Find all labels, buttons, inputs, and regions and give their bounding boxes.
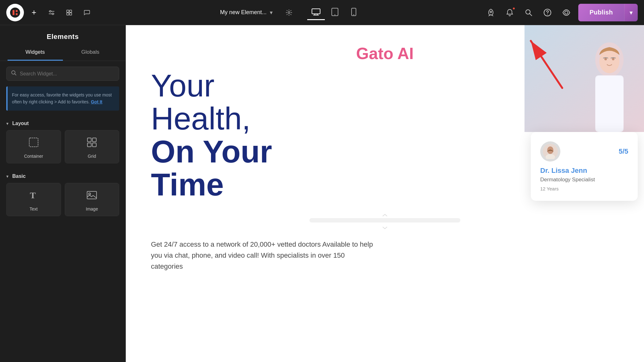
svg-point-12 [288, 12, 290, 14]
page-name-label: My new Element... [220, 9, 267, 16]
svg-point-42 [612, 58, 614, 60]
svg-rect-2 [16, 10, 18, 12]
canvas-area: Gato AI YourHealth,On YourTime Get 24/7 … [126, 25, 644, 362]
publish-button[interactable]: Publish [578, 4, 624, 21]
svg-point-6 [50, 10, 51, 12]
topbar: + My new Element... [0, 0, 644, 25]
tablet-view-button[interactable] [326, 5, 344, 20]
preview-button[interactable] [559, 6, 573, 19]
svg-rect-29 [29, 138, 38, 147]
page-name-selector[interactable]: My new Element... ▾ [216, 7, 277, 19]
publish-dropdown-chevron-icon: ▾ [630, 9, 633, 16]
topbar-right: Publish ▾ [484, 4, 638, 21]
search-container [0, 61, 125, 86]
search-button[interactable] [522, 6, 536, 19]
search-input[interactable] [20, 71, 114, 77]
svg-point-7 [52, 13, 54, 14]
svg-point-40 [599, 49, 619, 73]
doctor-specialty: Dermatology Specialist [540, 176, 628, 184]
svg-rect-3 [16, 13, 18, 15]
svg-rect-35 [87, 191, 97, 199]
svg-rect-13 [312, 9, 320, 14]
svg-rect-37 [525, 25, 644, 132]
notification-badge [512, 7, 515, 10]
basic-widgets-grid: T Text Image [0, 183, 125, 222]
container-widget[interactable]: Container [6, 130, 61, 163]
svg-rect-10 [67, 13, 69, 15]
svg-point-18 [334, 14, 335, 15]
basic-section-chevron-icon: ▾ [6, 174, 8, 179]
layout-section-chevron-icon: ▾ [6, 121, 8, 126]
svg-rect-32 [87, 143, 91, 147]
container-label: Container [24, 154, 43, 159]
grid-label: Grid [88, 154, 96, 159]
canvas-page[interactable]: Gato AI YourHealth,On YourTime Get 24/7 … [126, 25, 644, 362]
left-sidebar: Elements Widgets Globals For easy ac [0, 25, 126, 362]
sidebar-title: Elements [0, 25, 125, 41]
doctor-avatar [540, 141, 560, 162]
publish-button-group: Publish ▾ [578, 4, 638, 21]
layout-section-header[interactable]: ▾ Layout [0, 117, 125, 130]
scroll-handle [151, 214, 619, 229]
search-icon [11, 70, 17, 77]
svg-rect-8 [67, 10, 69, 12]
hero-image-area [525, 25, 644, 132]
text-label: Text [30, 206, 38, 211]
customize-button[interactable] [44, 5, 59, 20]
notifications-button[interactable] [503, 6, 517, 19]
topbar-left: + [6, 4, 94, 21]
doctor-rating: 5/5 [619, 147, 628, 156]
svg-point-26 [565, 11, 568, 14]
tab-widgets[interactable]: Widgets [8, 46, 63, 61]
add-element-button[interactable]: + [26, 5, 42, 20]
topbar-center: My new Element... ▾ [94, 5, 484, 20]
mobile-view-button[interactable] [345, 5, 363, 20]
headline-line1: YourHealth, [151, 68, 251, 136]
doctor-card-top: 5/5 [540, 141, 628, 162]
svg-text:T: T [30, 190, 36, 200]
hint-box: For easy access, favorite the widgets yo… [6, 86, 119, 111]
svg-rect-0 [10, 8, 20, 18]
text-widget[interactable]: T Text [6, 183, 61, 216]
headline-line3: On YourTime [151, 134, 272, 202]
image-icon [86, 189, 97, 203]
svg-point-20 [353, 14, 354, 15]
svg-rect-30 [87, 138, 91, 142]
basic-section-label: Basic [12, 173, 26, 179]
comments-button[interactable] [79, 5, 94, 20]
page-name-chevron-icon: ▾ [270, 9, 273, 16]
main-layout: Elements Widgets Globals For easy ac [0, 25, 644, 362]
image-widget[interactable]: Image [65, 183, 119, 216]
elementor-logo[interactable] [6, 4, 24, 21]
hero-headline: YourHealth,On YourTime [151, 69, 396, 201]
page-settings-button[interactable] [282, 6, 296, 19]
layers-button[interactable] [62, 5, 77, 20]
grid-widget[interactable]: Grid [65, 130, 119, 163]
layout-section-label: Layout [12, 121, 29, 126]
help-button[interactable] [541, 6, 554, 19]
basic-section-header[interactable]: ▾ Basic [0, 170, 125, 183]
rocket-icon-button[interactable] [484, 6, 498, 19]
svg-line-23 [530, 14, 532, 16]
grid-icon [86, 137, 97, 151]
doctor-card-wrapper: 5/5 Dr. Lissa Jenn Dermatology Specialis… [525, 132, 644, 201]
publish-dropdown-button[interactable]: ▾ [624, 4, 638, 21]
svg-rect-1 [13, 10, 14, 15]
svg-line-28 [15, 74, 16, 75]
hero-subtext: Get 24/7 access to a network of 20,000+ … [151, 239, 377, 272]
tab-globals[interactable]: Globals [63, 46, 118, 61]
svg-point-21 [490, 11, 491, 13]
desktop-view-button[interactable] [307, 5, 325, 20]
svg-rect-9 [69, 10, 72, 12]
svg-rect-11 [69, 13, 72, 15]
doctor-years: 12 Years [540, 186, 628, 191]
hint-got-it-link[interactable]: Got It [91, 99, 103, 104]
doctor-card: 5/5 Dr. Lissa Jenn Dermatology Specialis… [531, 132, 638, 201]
image-label: Image [86, 206, 98, 211]
svg-rect-33 [92, 143, 96, 147]
sidebar-tabs: Widgets Globals [0, 41, 125, 61]
doctor-name: Dr. Lissa Jenn [540, 167, 628, 175]
container-icon [28, 137, 39, 151]
svg-point-41 [604, 58, 607, 60]
svg-rect-31 [92, 138, 96, 142]
